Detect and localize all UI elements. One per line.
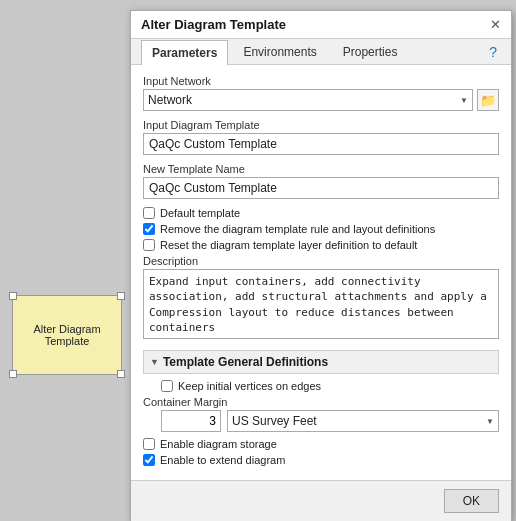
section-label: Template General Definitions: [163, 355, 328, 369]
section-header[interactable]: ▼ Template General Definitions: [143, 350, 499, 374]
new-template-name-label: New Template Name: [143, 163, 499, 175]
enable-storage-row: Enable diagram storage: [143, 438, 499, 450]
default-template-label: Default template: [160, 207, 240, 219]
tab-environments[interactable]: Environments: [232, 39, 327, 64]
remove-rule-label: Remove the diagram template rule and lay…: [160, 223, 435, 235]
dialog-body: Input Network Network 📁 Input Diagram Te…: [131, 65, 511, 480]
enable-extend-label: Enable to extend diagram: [160, 454, 285, 466]
description-group: Description Expand input containers, add…: [143, 255, 499, 342]
tab-properties[interactable]: Properties: [332, 39, 409, 64]
container-margin-input[interactable]: [161, 410, 221, 432]
remove-rule-checkbox[interactable]: [143, 223, 155, 235]
unit-select[interactable]: US Survey Feet: [227, 410, 499, 432]
description-label: Description: [143, 255, 499, 267]
dialog-title: Alter Diagram Template: [141, 17, 286, 32]
remove-rule-row: Remove the diagram template rule and lay…: [143, 223, 499, 235]
input-network-row: Network 📁: [143, 89, 499, 111]
dialog-footer: OK: [131, 480, 511, 521]
default-template-checkbox[interactable]: [143, 207, 155, 219]
help-icon[interactable]: ?: [485, 40, 501, 64]
input-diagram-template-label: Input Diagram Template: [143, 119, 499, 131]
tab-parameters[interactable]: Parameters: [141, 40, 228, 65]
reset-layer-label: Reset the diagram template layer definit…: [160, 239, 417, 251]
enable-storage-checkbox[interactable]: [143, 438, 155, 450]
corner-bl: [9, 370, 17, 378]
dialog-tabs: Parameters Environments Properties ?: [131, 39, 511, 65]
chevron-icon: ▼: [150, 357, 159, 367]
bg-node-label: Alter DiagramTemplate: [33, 323, 100, 347]
reset-layer-row: Reset the diagram template layer definit…: [143, 239, 499, 251]
unit-select-wrapper: US Survey Feet: [227, 410, 499, 432]
browse-button[interactable]: 📁: [477, 89, 499, 111]
input-network-select-wrapper: Network: [143, 89, 473, 111]
input-network-select[interactable]: Network: [143, 89, 473, 111]
dialog-titlebar: Alter Diagram Template ✕: [131, 11, 511, 39]
background-node: Alter DiagramTemplate: [12, 295, 122, 375]
description-textarea[interactable]: Expand input containers, add connectivit…: [143, 269, 499, 339]
container-margin-label: Container Margin: [143, 396, 499, 408]
corner-br: [117, 370, 125, 378]
corner-tr: [117, 292, 125, 300]
ok-button[interactable]: OK: [444, 489, 499, 513]
corner-tl: [9, 292, 17, 300]
keep-vertices-row: Keep initial vertices on edges: [161, 380, 499, 392]
input-diagram-template-input[interactable]: [143, 133, 499, 155]
input-network-label: Input Network: [143, 75, 499, 87]
enable-storage-label: Enable diagram storage: [160, 438, 277, 450]
keep-vertices-checkbox[interactable]: [161, 380, 173, 392]
enable-extend-row: Enable to extend diagram: [143, 454, 499, 466]
keep-vertices-label: Keep initial vertices on edges: [178, 380, 321, 392]
reset-layer-checkbox[interactable]: [143, 239, 155, 251]
container-margin-row: US Survey Feet: [161, 410, 499, 432]
enable-extend-checkbox[interactable]: [143, 454, 155, 466]
input-diagram-template-group: Input Diagram Template: [143, 119, 499, 155]
input-network-group: Input Network Network 📁: [143, 75, 499, 111]
container-margin-group: Container Margin US Survey Feet: [143, 396, 499, 432]
new-template-name-group: New Template Name: [143, 163, 499, 199]
close-button[interactable]: ✕: [490, 18, 501, 31]
dialog: Alter Diagram Template ✕ Parameters Envi…: [130, 10, 512, 521]
new-template-name-input[interactable]: [143, 177, 499, 199]
folder-icon: 📁: [480, 93, 496, 108]
default-template-row: Default template: [143, 207, 499, 219]
